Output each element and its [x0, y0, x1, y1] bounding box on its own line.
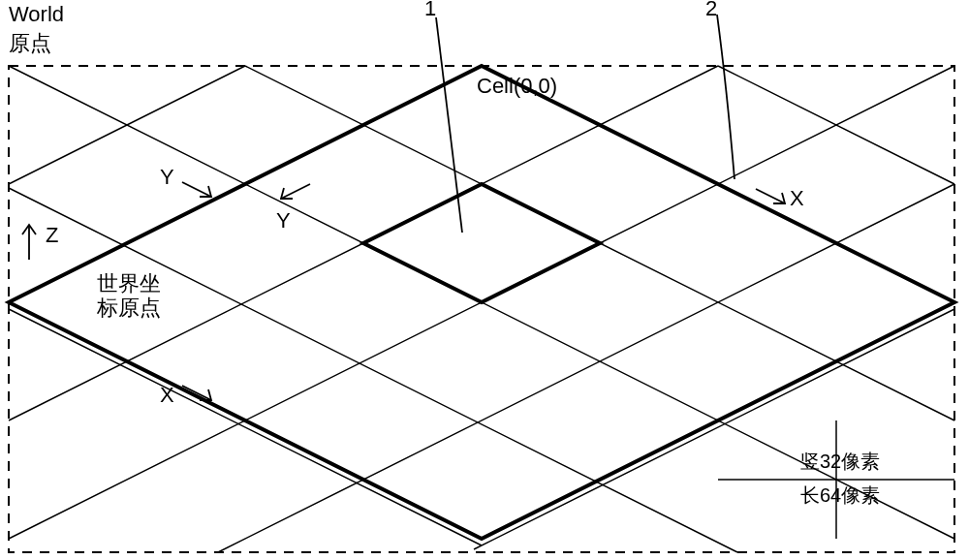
z-axis-arrow [22, 225, 36, 260]
svg-line-15 [281, 184, 310, 199]
world-origin-line2: 标原点 [97, 296, 161, 320]
svg-line-11 [474, 309, 954, 549]
svg-line-1 [9, 188, 737, 552]
svg-line-16 [756, 189, 785, 203]
world-y-axis-arrow [182, 182, 211, 197]
title-origin: 原点 [9, 29, 51, 58]
world-origin-line1: 世界坐 [97, 271, 161, 296]
svg-line-13 [182, 182, 211, 197]
dim-width: 长64像素 [800, 482, 880, 509]
callout-2: 2 [705, 0, 717, 21]
world-y-axis-label: Y [160, 165, 174, 190]
z-axis-label: Z [46, 223, 58, 248]
inner-diamond [363, 184, 600, 302]
world-x-axis-label: X [160, 383, 174, 408]
world-origin-label: 世界坐 标原点 [97, 271, 161, 321]
dim-height: 竖32像素 [800, 449, 880, 475]
title-world: World [9, 2, 64, 27]
cell-x-axis-arrow [756, 189, 785, 203]
cell-x-axis-label: X [790, 186, 804, 211]
leader-line-2 [717, 15, 735, 179]
svg-line-0 [9, 309, 482, 545]
cell-y-axis-arrow [281, 184, 310, 199]
cell-00-label: Cell(0,0) [477, 74, 557, 99]
callout-1: 1 [424, 0, 436, 21]
cell-y-axis-label: Y [276, 208, 291, 233]
